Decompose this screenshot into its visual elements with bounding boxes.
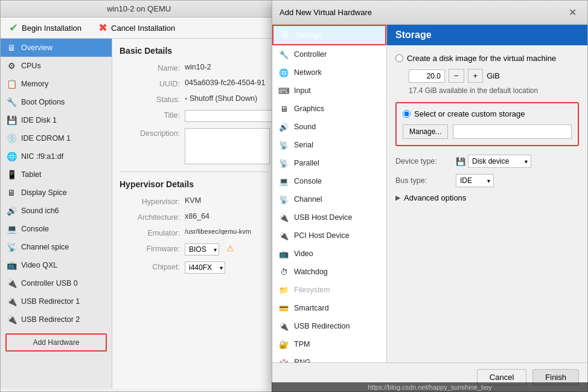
sidebar-label-tablet: Tablet (21, 170, 41, 179)
basic-details-title: Basic Details (120, 46, 270, 56)
create-disk-radio[interactable] (395, 54, 403, 62)
hw-item-usb-host[interactable]: 🔌 USB Host Device (272, 208, 386, 227)
hw-label-storage: Storage (295, 31, 322, 39)
sidebar-label-nic: NIC :f9:a1:df (21, 152, 63, 161)
hw-item-input[interactable]: ⌨ Input (272, 82, 386, 100)
dialog-title: Add New Virtual Hardware (280, 8, 372, 17)
hw-icon-watchdog: ⏱ (278, 266, 289, 277)
sidebar-icon-tablet: 📱 (5, 169, 18, 181)
chipset-select[interactable]: i440FX Q35 (185, 262, 225, 274)
hw-item-console[interactable]: 💻 Console (272, 172, 386, 190)
sidebar-item-display-spice[interactable]: 🖥 Display Spice (1, 184, 112, 202)
storage-panel-header: Storage (387, 25, 587, 45)
sidebar-item-nic[interactable]: 🌐 NIC :f9:a1:df (1, 147, 112, 165)
hw-icon-controller: 🔧 (278, 49, 289, 60)
hw-item-video[interactable]: 📺 Video (272, 245, 386, 263)
sidebar-item-ide-cdrom[interactable]: 💿 IDE CDROM 1 (1, 129, 112, 147)
main-title: win10-2 on QEMU (107, 4, 171, 13)
firmware-label: Firmware: (120, 243, 180, 253)
main-titlebar: win10-2 on QEMU (1, 1, 277, 18)
hw-item-channel[interactable]: 📡 Channel (272, 190, 386, 208)
firmware-select[interactable]: BIOS UEFI (185, 243, 219, 255)
hw-icon-network: 🌐 (278, 67, 289, 78)
add-hardware-button[interactable]: Add Hardware (5, 333, 107, 352)
sidebar-item-usb-redirector-1[interactable]: 🔌 USB Redirector 1 (1, 292, 112, 310)
hw-item-pci-host[interactable]: 🔌 PCI Host Device (272, 227, 386, 245)
sidebar-icon-video-qxl: 📺 (5, 259, 18, 271)
sidebar-label-usb-redirector-2: USB Redirector 2 (21, 315, 80, 324)
sidebar-item-usb-redirector-2[interactable]: 🔌 USB Redirector 2 (1, 310, 112, 329)
hw-item-parallel[interactable]: 📡 Parallel (272, 154, 386, 172)
chipset-select-wrap: i440FX Q35 (185, 262, 225, 274)
bus-type-select[interactable]: IDE SCSI VirtIO USB SATA (456, 174, 494, 187)
sidebar-item-ide-disk[interactable]: 💾 IDE Disk 1 (1, 111, 112, 129)
disk-size-input[interactable] (409, 69, 445, 83)
manage-button[interactable]: Manage... (403, 124, 448, 139)
hw-icon-graphics: 🖥 (278, 103, 289, 114)
hw-item-controller[interactable]: 🔧 Controller (272, 45, 386, 63)
sidebar-icon-overview: 🖥 (5, 42, 18, 54)
advanced-options-row[interactable]: ▶ Advanced options (395, 193, 579, 202)
sidebar-icon-nic: 🌐 (5, 150, 18, 162)
status-value: ▪ Shutoff (Shut Down) (185, 94, 257, 103)
sidebar: 🖥 Overview ⚙ CPUs 📋 Memory 🔧 Boot Option… (1, 39, 112, 388)
title-input[interactable] (185, 110, 277, 122)
hw-label-parallel: Parallel (294, 159, 319, 167)
chevron-right-icon: ▶ (395, 194, 400, 202)
toolbar: ✔ Begin Installation ✖ Cancel Installati… (1, 18, 277, 39)
device-type-select-container: 💾 Disk device CD/DVD Disk USB device (456, 155, 531, 168)
architecture-label: Architecture: (120, 212, 180, 222)
hw-item-sound[interactable]: 🔊 Sound (272, 118, 386, 136)
select-create-radio[interactable] (403, 110, 411, 118)
sidebar-item-cpus[interactable]: ⚙ CPUs (1, 57, 112, 75)
hw-item-serial[interactable]: 📡 Serial (272, 136, 386, 154)
manage-row: Manage... (403, 124, 572, 139)
hw-label-smartcard: Smartcard (294, 304, 329, 312)
disk-size-increase-button[interactable]: + (468, 69, 484, 83)
chipset-label: Chipset: (120, 262, 180, 271)
cancel-installation-button[interactable]: ✖ Cancel Installation (96, 20, 177, 36)
hw-label-serial: Serial (294, 141, 313, 149)
begin-installation-button[interactable]: ✔ Begin Installation (7, 20, 84, 36)
description-input[interactable] (185, 128, 270, 164)
sidebar-item-channel-spice[interactable]: 📡 Channel spice (1, 238, 112, 256)
select-create-label: Select or create custom storage (414, 109, 525, 118)
sidebar-icon-usb-redirector-1: 🔌 (5, 295, 18, 307)
sidebar-item-console[interactable]: 💻 Console (1, 220, 112, 238)
disk-size-decrease-button[interactable]: − (449, 69, 464, 83)
main-window: win10-2 on QEMU ✔ Begin Installation ✖ C… (0, 0, 278, 392)
sidebar-label-usb-redirector-1: USB Redirector 1 (21, 297, 80, 306)
custom-storage-box: Select or create custom storage Manage..… (395, 102, 579, 146)
device-type-select[interactable]: Disk device CD/DVD Disk USB device (468, 155, 531, 168)
hw-item-rng[interactable]: 🎲 RNG (272, 353, 386, 362)
hw-icon-input: ⌨ (278, 85, 289, 96)
sidebar-label-ide-disk: IDE Disk 1 (21, 116, 57, 124)
sidebar-label-overview: Overview (21, 43, 53, 52)
hw-icon-storage: 🗄 (280, 30, 290, 40)
storage-config-panel: Storage Create a disk image for the virt… (387, 25, 587, 362)
hw-label-controller: Controller (294, 50, 327, 59)
sidebar-item-tablet[interactable]: 📱 Tablet (1, 165, 112, 184)
hw-item-usb-redirection[interactable]: 🔌 USB Redirection (272, 317, 386, 335)
sidebar-item-video-qxl[interactable]: 📺 Video QXL (1, 256, 112, 274)
hw-item-graphics[interactable]: 🖥 Graphics (272, 100, 386, 118)
create-disk-label: Create a disk image for the virtual mach… (407, 54, 556, 63)
sidebar-item-controller-usb[interactable]: 🔌 Controller USB 0 (1, 274, 112, 292)
hw-item-tpm[interactable]: 🔐 TPM (272, 335, 386, 353)
sidebar-item-sound[interactable]: 🔊 Sound ich6 (1, 202, 112, 220)
dialog-close-button[interactable]: ✕ (565, 5, 580, 19)
hw-item-smartcard[interactable]: 💳 Smartcard (272, 299, 386, 317)
sidebar-item-overview[interactable]: 🖥 Overview (1, 39, 112, 57)
hw-label-sound: Sound (294, 123, 316, 131)
cancel-install-icon: ✖ (98, 21, 107, 34)
hw-label-console: Console (294, 177, 322, 185)
manage-path-input[interactable] (453, 124, 572, 139)
sidebar-item-boot-options[interactable]: 🔧 Boot Options (1, 93, 112, 111)
sidebar-icon-boot-options: 🔧 (5, 96, 18, 108)
bus-type-label: Bus type: (395, 176, 450, 185)
hw-item-network[interactable]: 🌐 Network (272, 63, 386, 82)
sidebar-item-memory[interactable]: 📋 Memory (1, 75, 112, 93)
hw-item-watchdog[interactable]: ⏱ Watchdog (272, 263, 386, 281)
hw-icon-usb-host: 🔌 (278, 212, 289, 223)
hw-item-storage[interactable]: 🗄 Storage (272, 25, 386, 45)
